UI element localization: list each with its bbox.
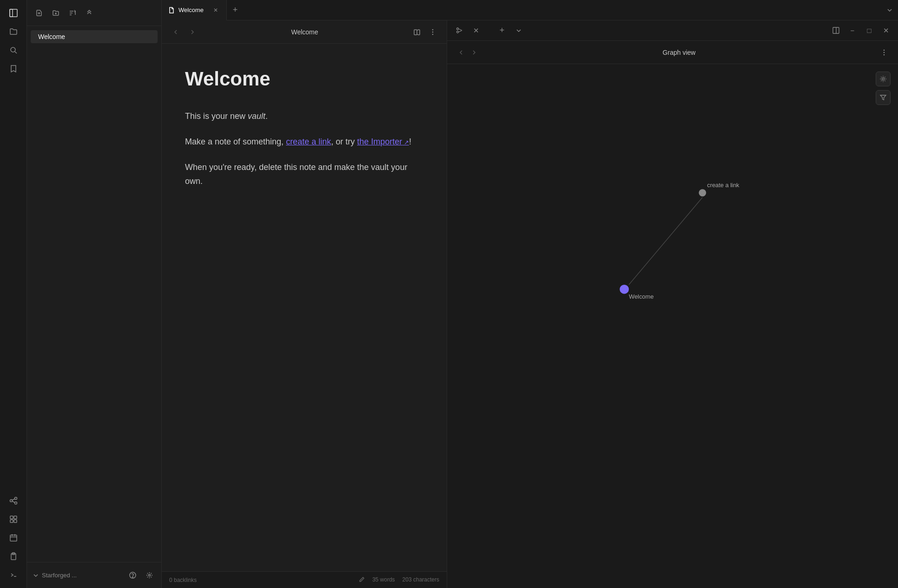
svg-point-34 [432, 33, 434, 35]
file-explorer-icon[interactable] [5, 23, 22, 40]
svg-point-41 [884, 49, 885, 51]
edit-icon [359, 576, 365, 584]
back-button[interactable] [169, 26, 182, 39]
graph-close-button[interactable]: ✕ [469, 24, 482, 37]
create-a-link-link[interactable]: create a link [286, 137, 331, 146]
editor-header-actions [410, 26, 439, 39]
svg-rect-10 [14, 516, 17, 519]
tab-welcome[interactable]: Welcome ✕ [162, 0, 227, 20]
editor-title: Welcome [203, 28, 407, 36]
graph-node-create-a-link[interactable] [699, 189, 706, 196]
tab-bar: Welcome ✕ + [162, 0, 898, 20]
editor-footer: 0 backlinks 35 words 203 characters [162, 571, 447, 588]
graph-label-create-a-link: create a link [707, 182, 740, 189]
graph-more-button[interactable] [878, 46, 891, 59]
terminal-icon[interactable] [5, 567, 22, 583]
paragraph-1-after: . [265, 111, 268, 121]
paragraph-1-italic: vault [248, 111, 265, 121]
graph-view-icon[interactable] [5, 492, 22, 509]
svg-rect-13 [10, 535, 17, 541]
svg-point-6 [14, 502, 17, 504]
svg-point-43 [884, 54, 885, 55]
graph-svg: create a link Welcome [447, 64, 898, 588]
forward-button[interactable] [186, 26, 199, 39]
svg-point-36 [456, 31, 458, 33]
new-folder-button[interactable] [49, 7, 62, 20]
clipboard-icon[interactable] [5, 548, 22, 565]
settings-button[interactable] [143, 569, 156, 582]
editor-footer-right: 35 words 203 characters [359, 576, 439, 584]
svg-point-35 [456, 28, 458, 30]
sidebar-toggle-icon[interactable] [5, 5, 22, 21]
calendar-icon[interactable] [5, 529, 22, 546]
graph-back-button[interactable] [455, 46, 468, 59]
svg-point-30 [148, 575, 150, 576]
graph-header: Graph view [447, 41, 898, 64]
svg-point-4 [10, 500, 12, 502]
help-button[interactable] [126, 569, 139, 582]
svg-point-2 [11, 47, 15, 52]
paragraph-1-before: This is your new [185, 111, 248, 121]
svg-point-32 [432, 29, 434, 30]
backlinks-count: 0 backlinks [169, 577, 197, 583]
svg-point-29 [132, 577, 132, 577]
importer-link[interactable]: the Importer [357, 137, 409, 146]
reading-view-button[interactable] [410, 26, 423, 39]
tab-dropdown-button[interactable] [881, 0, 898, 20]
graph-close2-button[interactable]: ✕ [879, 24, 892, 37]
svg-rect-11 [10, 520, 13, 523]
vault-chevron-icon [33, 572, 39, 579]
scissors-button[interactable] [453, 24, 466, 37]
paragraph-2-middle: , or try [331, 137, 357, 146]
document-heading: Welcome [185, 62, 423, 95]
graph-filter-button[interactable] [876, 90, 891, 105]
vault-name-label: Starforged ... [42, 572, 77, 579]
graph-add-button[interactable]: + [495, 24, 508, 37]
paragraph-2-after: ! [409, 137, 411, 146]
editor-header: Welcome [162, 20, 447, 44]
tab-add-button[interactable]: + [227, 0, 244, 20]
editor-pane: Welcome [162, 20, 447, 588]
file-tree: Welcome [27, 26, 161, 562]
paragraph-2: Make a note of something, create a link,… [185, 135, 423, 149]
graph-node-welcome[interactable] [620, 285, 629, 294]
svg-point-42 [884, 52, 885, 53]
svg-line-3 [15, 52, 17, 53]
graph-split-button[interactable] [829, 24, 842, 37]
graph-tab-actions: ✕ [453, 24, 482, 37]
more-options-button[interactable] [426, 26, 439, 39]
graph-tab-bar: ✕ + − □ ✕ [447, 20, 898, 41]
collapse-button[interactable] [83, 7, 96, 20]
graph-settings-button[interactable] [876, 72, 891, 86]
svg-line-7 [12, 499, 15, 500]
file-item-welcome[interactable]: Welcome [31, 30, 158, 43]
svg-point-5 [14, 497, 17, 500]
canvas-icon[interactable] [5, 511, 22, 528]
graph-minimize-button[interactable]: − [846, 24, 859, 37]
main-area: Welcome ✕ + [162, 0, 898, 588]
bookmarks-icon[interactable] [5, 60, 22, 77]
file-panel-toolbar [27, 0, 161, 26]
search-icon[interactable] [5, 42, 22, 59]
svg-rect-1 [10, 9, 17, 17]
graph-maximize-button[interactable]: □ [863, 24, 876, 37]
svg-line-8 [12, 501, 15, 503]
vault-name[interactable]: Starforged ... [33, 572, 122, 579]
paragraph-1: This is your new vault. [185, 109, 423, 124]
backlinks-button[interactable]: 0 backlinks [169, 577, 197, 583]
graph-header-actions [878, 46, 891, 59]
svg-point-33 [432, 31, 434, 33]
graph-chevron-button[interactable] [512, 24, 525, 37]
svg-line-44 [629, 197, 702, 285]
new-note-button[interactable] [33, 7, 46, 20]
svg-rect-0 [10, 9, 13, 17]
graph-title: Graph view [481, 49, 878, 56]
graph-forward-button[interactable] [468, 46, 481, 59]
svg-line-38 [458, 31, 462, 33]
tab-close-button[interactable]: ✕ [211, 6, 220, 14]
paragraph-2-before: Make a note of something, [185, 137, 286, 146]
sort-button[interactable] [66, 7, 79, 20]
svg-rect-12 [14, 520, 17, 523]
tab-label: Welcome [178, 7, 204, 13]
graph-pane: ✕ + − □ ✕ [447, 20, 898, 588]
